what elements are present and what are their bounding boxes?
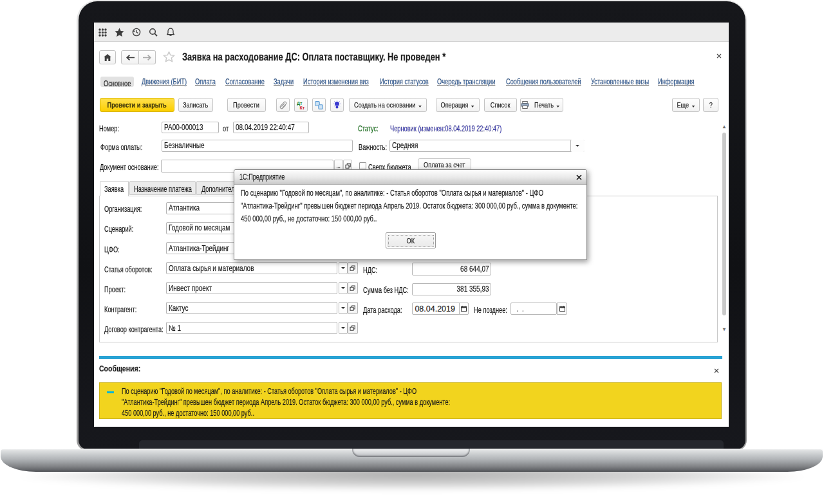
svg-text:Кт: Кт [299,106,304,110]
